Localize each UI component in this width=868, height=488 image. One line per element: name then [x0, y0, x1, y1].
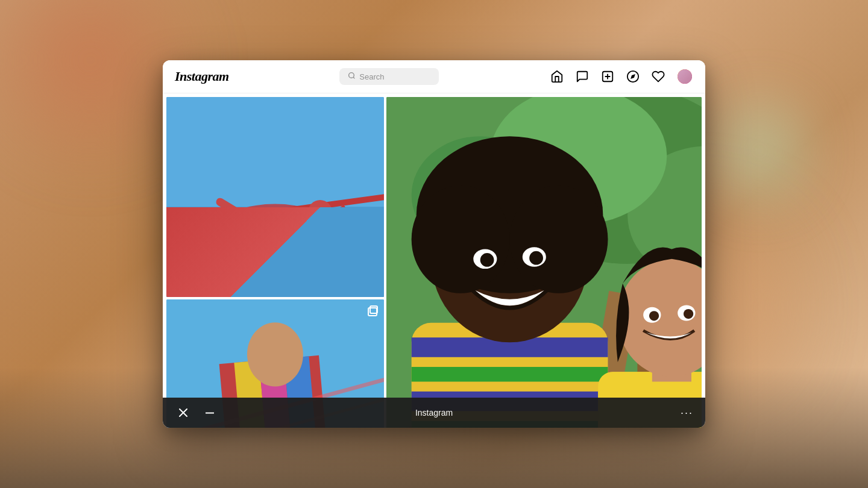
- search-icon: [348, 72, 356, 81]
- taskbar-more[interactable]: ···: [681, 407, 693, 419]
- multi-photo-icon: [366, 304, 379, 318]
- svg-point-46: [480, 253, 494, 267]
- multi-icon-svg: [366, 304, 379, 318]
- left-column: [166, 97, 384, 428]
- svg-rect-36: [411, 367, 608, 381]
- more-options-icon[interactable]: ···: [681, 407, 693, 419]
- svg-line-10: [166, 222, 384, 252]
- search-bar[interactable]: Search: [339, 68, 439, 85]
- instagram-logo: Instagram: [175, 69, 229, 84]
- svg-rect-8: [166, 207, 384, 297]
- svg-line-15: [215, 227, 241, 245]
- svg-point-54: [649, 311, 659, 321]
- explore-icon[interactable]: [626, 69, 640, 84]
- search-label: Search: [359, 72, 384, 81]
- svg-rect-7: [166, 97, 384, 297]
- svg-point-21: [247, 322, 303, 386]
- taskbar: Instagram ···: [163, 398, 705, 428]
- svg-point-42: [411, 186, 509, 293]
- navbar: Instagram Search: [163, 60, 705, 93]
- court-photo-svg: [166, 97, 384, 297]
- photo-cell-main[interactable]: [386, 97, 702, 428]
- taskbar-controls: [175, 404, 218, 421]
- svg-point-55: [684, 309, 693, 319]
- create-icon[interactable]: [600, 69, 615, 84]
- svg-point-13: [308, 200, 332, 224]
- svg-point-0: [349, 73, 354, 78]
- messenger-icon[interactable]: [575, 69, 590, 84]
- instagram-window: Instagram Search: [163, 60, 705, 428]
- svg-line-1: [353, 77, 354, 78]
- svg-line-11: [205, 207, 345, 297]
- taskbar-title: Instagram: [415, 408, 453, 418]
- svg-point-12: [225, 204, 325, 240]
- close-button[interactable]: [175, 404, 192, 421]
- home-icon[interactable]: [550, 69, 564, 84]
- minimize-button[interactable]: [201, 404, 218, 421]
- likes-icon[interactable]: [651, 69, 665, 84]
- svg-marker-6: [631, 74, 635, 79]
- avatar[interactable]: [676, 68, 693, 85]
- nav-icons: [550, 68, 693, 85]
- photo-grid: [166, 97, 702, 428]
- svg-point-47: [529, 251, 543, 265]
- svg-point-43: [509, 186, 608, 293]
- photo-cell-court[interactable]: [166, 97, 384, 297]
- content-area: [163, 93, 705, 428]
- main-photo-svg: [386, 97, 702, 428]
